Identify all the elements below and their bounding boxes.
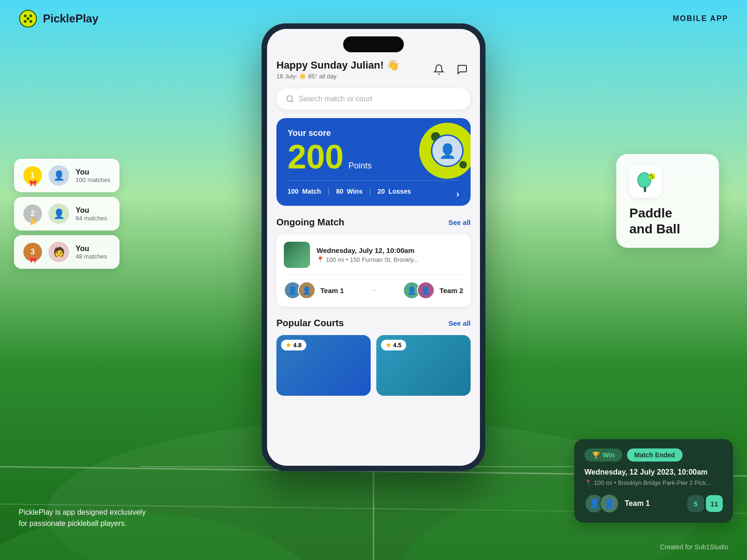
- score-arrow[interactable]: ›: [456, 189, 459, 199]
- star-icon-2: ★: [386, 342, 391, 349]
- paddle-ball-card: Paddle and Ball: [616, 154, 719, 248]
- rank-card-2: 2 🎗️ 👤 You 64 matches: [14, 197, 120, 231]
- mobile-app-label: MOBILE APP: [673, 14, 728, 23]
- match-tags: 🏆 Win Match Ended: [585, 448, 723, 462]
- svg-point-13: [27, 17, 29, 20]
- match-ended-team-row: 👤 👤 Team 1 5 11: [585, 494, 723, 513]
- greeting-block: Happy Sunday Julian! 👋 18 July: ☀️ 85° a…: [276, 59, 399, 80]
- match-ended-team-name: Team 1: [625, 499, 682, 508]
- team-2-avatars: 👤 👤: [403, 281, 435, 299]
- description-text: PicklePlay is app designed exclusively f…: [19, 507, 149, 529]
- courts-grid: ★ 4.8 ★ 4.5: [276, 335, 471, 396]
- match-ended-scores: 5 11: [687, 495, 723, 512]
- rank-card-3: 3 🎀 🧑 You 48 matches: [14, 235, 120, 269]
- court-image: [284, 242, 310, 268]
- rank-name-3: You: [76, 245, 110, 253]
- score-stats: 100 Match | 80 Wins | 20 Losses: [288, 180, 459, 196]
- match-thumbnail: [284, 242, 310, 268]
- court-card-2[interactable]: ★ 4.5: [376, 335, 471, 396]
- svg-point-12: [29, 20, 32, 23]
- ongoing-see-all[interactable]: See all: [448, 218, 471, 226]
- courts-see-all[interactable]: See all: [448, 319, 471, 327]
- rank-name-1: You: [76, 168, 110, 176]
- court-rating-2: ★ 4.5: [381, 340, 406, 350]
- match-card: Wednesday, July 12, 10:00am 📍 100 mi • 1…: [276, 234, 471, 307]
- svg-rect-15: [644, 187, 646, 192]
- rank-matches-3: 48 matches: [76, 253, 110, 260]
- notification-button[interactable]: [430, 61, 447, 78]
- dynamic-island: [343, 36, 404, 52]
- phone-header: Happy Sunday Julian! 👋 18 July: ☀️ 85° a…: [276, 59, 471, 80]
- search-placeholder: Search match or court: [299, 95, 372, 103]
- rank-badge-2: 2 🎗️: [23, 204, 42, 223]
- logo: PicklePlay: [19, 9, 99, 28]
- team-2-name: Team 2: [439, 287, 463, 294]
- credit-text: Created for Sub1Studio: [660, 543, 728, 551]
- match-ended-date: Wednesday, 12 July 2023, 10:00am: [585, 468, 723, 476]
- score-card: Your score 200 Points 100 Match | 80: [276, 118, 471, 206]
- team-avatar-2: 👤: [298, 281, 316, 299]
- logo-icon: [19, 9, 37, 28]
- courts-section: Popular Courts See all ★ 4.8 ★: [276, 318, 471, 396]
- svg-point-17: [650, 175, 652, 176]
- svg-point-11: [24, 20, 27, 23]
- phone-mockup: Happy Sunday Julian! 👋 18 July: ☀️ 85° a…: [261, 23, 486, 471]
- svg-line-20: [291, 100, 293, 102]
- score-pill-1: 5: [687, 495, 704, 512]
- paddle-title: Paddle and Ball: [629, 205, 706, 237]
- phone-screen: Happy Sunday Julian! 👋 18 July: ☀️ 85° a…: [267, 29, 480, 466]
- court-card-1[interactable]: ★ 4.8: [276, 335, 371, 396]
- match-location: 📍 100 mi • 150 Furman St, Brookly...: [317, 256, 463, 263]
- phone-frame: Happy Sunday Julian! 👋 18 July: ☀️ 85° a…: [261, 23, 486, 471]
- score-ball-decoration: 👤: [419, 123, 471, 179]
- bell-icon: [433, 64, 444, 75]
- rank-avatar-3: 🧑: [49, 242, 69, 262]
- stat-match: 100 Match: [288, 188, 321, 195]
- paddle-icon: [634, 170, 657, 193]
- stat-divider-2: |: [369, 187, 371, 196]
- teams-row: 👤 👤 Team 1 ··· 👤 👤 Team 2: [284, 281, 463, 299]
- rank-avatar-1: 👤: [49, 165, 69, 186]
- rank-matches-1: 100 matches: [76, 176, 110, 183]
- rank-info-2: You 64 matches: [76, 206, 110, 222]
- svg-point-9: [24, 14, 27, 17]
- rank-avatar-2: 👤: [49, 203, 69, 224]
- rank-ribbon-3: 🎀: [29, 256, 37, 263]
- rank-badge-1: 1 🎀: [23, 166, 42, 185]
- rank-matches-2: 64 matches: [76, 215, 110, 222]
- team-avatar-4: 👤: [417, 281, 435, 299]
- rank-info-3: You 48 matches: [76, 245, 110, 260]
- courts-section-header: Popular Courts See all: [276, 318, 471, 329]
- ongoing-match-title: Ongoing Match: [276, 217, 345, 228]
- rank-ribbon-2: 🎗️: [29, 217, 37, 225]
- search-icon: [286, 95, 294, 103]
- stat-divider-1: |: [328, 187, 330, 196]
- greeting-text: Happy Sunday Julian! 👋: [276, 59, 399, 71]
- header-icons: [430, 61, 471, 78]
- score-pill-2: 11: [706, 495, 723, 512]
- score-avatar: 👤: [431, 134, 464, 167]
- rank-info-1: You 100 matches: [76, 168, 110, 183]
- leaderboard-panel: 1 🎀 👤 You 100 matches 2 🎗️ 👤 You 64 matc…: [14, 159, 120, 269]
- svg-point-19: [287, 96, 292, 101]
- star-icon-1: ★: [286, 342, 291, 349]
- match-ended-card: 🏆 Win Match Ended Wednesday, 12 July 202…: [574, 439, 733, 523]
- match-ended-avatars: 👤 👤: [585, 494, 619, 513]
- bottom-left-description: PicklePlay is app designed exclusively f…: [19, 507, 149, 532]
- team-1-avatars: 👤 👤: [284, 281, 316, 299]
- message-button[interactable]: [454, 61, 471, 78]
- match-date: Wednesday, July 12, 10:00am: [317, 246, 463, 254]
- score-pts-label: Points: [348, 161, 372, 171]
- svg-point-10: [29, 14, 32, 17]
- score-number: 200: [288, 140, 344, 174]
- match-details: Wednesday, July 12, 10:00am 📍 100 mi • 1…: [317, 246, 463, 263]
- match-ended-avatar-2: 👤: [599, 494, 619, 513]
- courts-title: Popular Courts: [276, 318, 344, 329]
- rank-badge-3: 3 🎀: [23, 243, 42, 261]
- search-bar[interactable]: Search match or court: [276, 88, 471, 110]
- rank-card-1: 1 🎀 👤 You 100 matches: [14, 159, 120, 192]
- paddle-icon-container: [629, 165, 662, 198]
- vs-divider: ···: [351, 286, 397, 294]
- ongoing-match-header: Ongoing Match See all: [276, 217, 471, 228]
- logo-text: PicklePlay: [43, 12, 99, 25]
